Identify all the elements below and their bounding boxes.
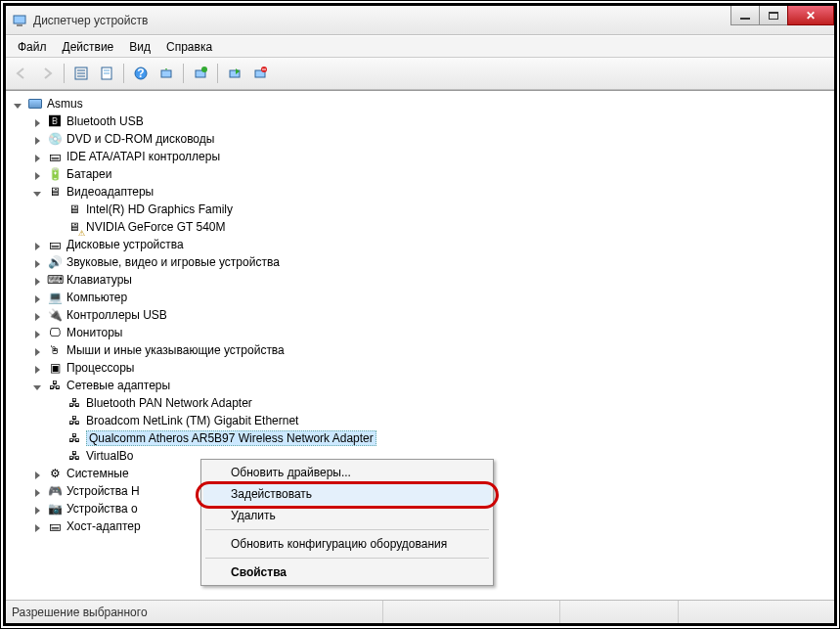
display-icon: 🖥 [66,202,82,217]
tree-category-label[interactable]: Клавиатуры [66,273,132,287]
expand-icon[interactable] [33,328,44,338]
expand-icon[interactable] [33,240,44,250]
tree-category-label[interactable]: Компьютер [66,291,127,304]
context-menu-item[interactable]: Обновить драйверы... [203,462,491,483]
tree-category-label[interactable]: Видеоадаптеры [66,185,154,199]
tree-device[interactable]: 🖧Broadcom NetLink (TM) Gigabit Ethernet [53,412,826,429]
properties-button[interactable] [95,62,118,85]
menubar: Файл Действие Вид Справка [6,35,834,57]
scan-button[interactable] [155,62,178,85]
root-node-label[interactable]: Asmus [47,97,83,111]
expand-icon[interactable] [14,99,24,110]
tree-category-label[interactable]: Мониторы [66,326,122,339]
tree-category[interactable]: 🖴IDE ATA/ATAPI контроллеры [33,148,826,165]
tree-category[interactable]: 🔌Контроллеры USB [33,306,826,324]
menu-separator [205,529,489,530]
tree-category[interactable]: 🔊Звуковые, видео и игровые устройства [33,253,826,271]
pc-icon: 💻 [47,290,63,305]
context-menu-item[interactable]: Свойства [203,562,491,583]
expand-icon[interactable] [33,134,44,145]
expand-icon[interactable] [33,381,44,391]
tree-category[interactable]: ⌨Клавиатуры [33,271,826,289]
context-menu-item[interactable]: Обновить конфигурацию оборудования [203,533,491,555]
show-list-button[interactable] [69,62,93,85]
tree-device[interactable]: 🖧Qualcomm Atheros AR5B97 Wireless Networ… [53,429,826,447]
menu-file[interactable]: Файл [10,37,55,57]
tree-category[interactable]: 🖴Дисковые устройства [33,236,826,253]
expand-icon[interactable] [33,275,44,286]
expand-icon[interactable] [33,345,44,356]
tree-device-label[interactable]: Broadcom NetLink (TM) Gigabit Ethernet [86,414,298,427]
tree-category[interactable]: 🖥Видеоадаптеры [33,183,826,201]
tree-category-label[interactable]: Звуковые, видео и игровые устройства [66,255,280,269]
tree-category-label[interactable]: Устройства о [66,502,138,516]
expand-icon[interactable] [33,169,44,180]
tree-category-label[interactable]: IDE ATA/ATAPI контроллеры [66,150,220,163]
tree-category-label[interactable]: Батареи [66,167,111,181]
tree-category-label[interactable]: Сетевые адаптеры [66,379,170,392]
expand-icon[interactable] [33,363,44,374]
tree-device-label[interactable]: Qualcomm Atheros AR5B97 Wireless Network… [86,430,376,446]
tree-category-label[interactable]: Bluetooth USB [66,114,144,128]
tree-device[interactable]: 🖧Bluetooth PAN Network Adapter [53,394,826,412]
context-menu-item[interactable]: Удалить [203,505,491,526]
tree-category[interactable]: 🖧Сетевые адаптеры [33,377,826,394]
tree-category-label[interactable]: DVD и CD-ROM дисководы [66,132,214,146]
hid-icon: 🎮 [47,483,63,499]
close-button[interactable]: ✕ [787,6,834,25]
expand-icon[interactable] [33,486,44,497]
ide-icon: 🖴 [47,149,63,164]
update-driver-button[interactable] [189,62,212,85]
tree-category-label[interactable]: Процессоры [66,361,135,375]
expand-icon[interactable] [33,469,44,479]
computer-icon [27,96,43,112]
tree-category-label[interactable]: Мыши и иные указывающие устройства [66,343,285,357]
tree-device[interactable]: 🖥Intel(R) HD Graphics Family [53,201,826,218]
expand-icon[interactable] [33,152,44,162]
menu-help[interactable]: Справка [158,37,220,57]
titlebar[interactable]: Диспетчер устройств ✕ [6,6,834,35]
tree-category[interactable]: 💻Компьютер [33,289,826,306]
menu-view[interactable]: Вид [121,37,158,57]
tree-device-label[interactable]: NVIDIA GeForce GT 540M [86,220,226,234]
net-icon: 🖧 [66,395,82,411]
statusbar-text: Разрешение выбранного [12,606,148,619]
expand-icon[interactable] [33,116,44,127]
display-icon: 🖥 [47,184,63,200]
tree-category[interactable]: 🔋Батареи [33,165,826,183]
display-icon: 🖥 [66,219,82,235]
hdd-icon: 🖴 [47,237,63,252]
tree-category-label[interactable]: Контроллеры USB [66,308,167,322]
tree-device[interactable]: 🖥NVIDIA GeForce GT 540M [53,218,826,236]
tree-category[interactable]: 🖵Мониторы [33,324,826,341]
tree-category-label[interactable]: Устройства H [66,484,140,498]
context-menu-item[interactable]: Задействовать [203,483,491,505]
expand-icon[interactable] [33,521,44,532]
tree-device-label[interactable]: VirtualBo [86,449,133,463]
tree-category[interactable]: ▣Процессоры [33,359,826,377]
enable-button[interactable] [223,62,246,85]
expand-icon[interactable] [33,257,44,268]
help-button[interactable]: ? [129,62,153,85]
menu-action[interactable]: Действие [55,37,122,57]
expand-icon[interactable] [33,504,44,515]
tree-device-label[interactable]: Intel(R) HD Graphics Family [86,202,233,216]
tree-category-label[interactable]: Хост-адаптер [66,519,141,533]
expand-icon[interactable] [33,292,44,303]
tree-device-label[interactable]: Bluetooth PAN Network Adapter [86,396,252,410]
maximize-button[interactable] [759,6,788,25]
kb-icon: ⌨ [47,272,63,288]
tree-category[interactable]: 🅱Bluetooth USB [33,112,826,130]
uninstall-button[interactable] [248,62,272,85]
expand-icon[interactable] [33,310,44,321]
svg-rect-1 [17,24,22,26]
tree-category[interactable]: 💿DVD и CD-ROM дисководы [33,130,826,148]
tree-category[interactable]: 🖱Мыши и иные указывающие устройства [33,341,826,359]
tree-category-label[interactable]: Дисковые устройства [66,238,184,251]
svg-point-13 [201,67,207,72]
tree-category-label[interactable]: Системные [66,467,129,480]
bt-icon: 🅱 [47,113,63,129]
sys-icon: ⚙ [47,466,63,481]
expand-icon[interactable] [33,187,44,198]
minimize-button[interactable] [730,6,760,25]
